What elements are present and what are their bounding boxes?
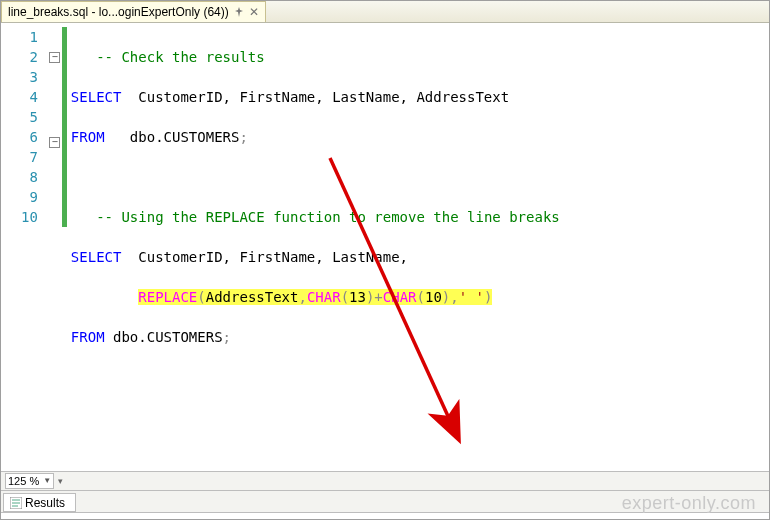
line-number: 3 [1,67,48,87]
line-number: 8 [1,167,48,187]
fold-toggle-icon[interactable]: − [49,137,60,148]
fold-toggle-icon[interactable]: − [49,52,60,63]
code-line: SELECT CustomerID, FirstName, LastName, [71,247,763,267]
code-line: FROM dbo.CUSTOMERS; [71,127,763,147]
code-line [71,367,763,387]
code-line [71,407,763,427]
code-line: FROM dbo.CUSTOMERS; [71,327,763,347]
zoom-bar: 125 % ▼ ▾ [1,472,769,490]
pin-icon[interactable] [234,7,244,17]
chevron-down-icon: ▼ [43,474,51,488]
results-pane[interactable]: CustomerIDFirstNameLastNameAddressText -… [1,513,769,519]
line-number: 9 [1,187,48,207]
tab-title: line_breaks.sql - lo...oginExpertOnly (6… [8,5,229,19]
code-line [71,167,763,187]
code-line: -- Check the results [71,47,763,67]
line-number: 5 [1,107,48,127]
line-number: 7 [1,147,48,167]
sql-editor[interactable]: 1 2 3 4 5 6 7 8 9 10 − − -- Che [1,23,769,472]
close-icon[interactable]: ✕ [249,7,259,17]
tab-results[interactable]: Results [3,493,76,512]
zoom-value: 125 % [8,474,39,488]
line-number: 6 [1,127,48,147]
fold-column: − − [48,23,62,471]
line-number: 1 [1,27,48,47]
line-number-gutter: 1 2 3 4 5 6 7 8 9 10 [1,23,48,471]
line-number: 4 [1,87,48,107]
line-number: 2 [1,47,48,67]
zoom-combobox[interactable]: 125 % ▼ [5,473,54,489]
line-number: 10 [1,207,48,227]
code-line: -- Using the REPLACE function to remove … [71,207,763,227]
results-tabstrip: Results [1,491,769,513]
code-line: SELECT CustomerID, FirstName, LastName, … [71,87,763,107]
code-area[interactable]: -- Check the results SELECT CustomerID, … [67,23,769,471]
dropdown-arrow-icon[interactable]: ▾ [58,476,63,486]
ssms-window: line_breaks.sql - lo...oginExpertOnly (6… [0,0,770,520]
document-tab-active[interactable]: line_breaks.sql - lo...oginExpertOnly (6… [1,1,266,22]
tab-results-label: Results [25,496,65,510]
results-text-icon [10,497,22,509]
document-tabbar: line_breaks.sql - lo...oginExpertOnly (6… [1,1,769,23]
code-line: REPLACE(AddressText,CHAR(13)+CHAR(10),' … [71,287,763,307]
